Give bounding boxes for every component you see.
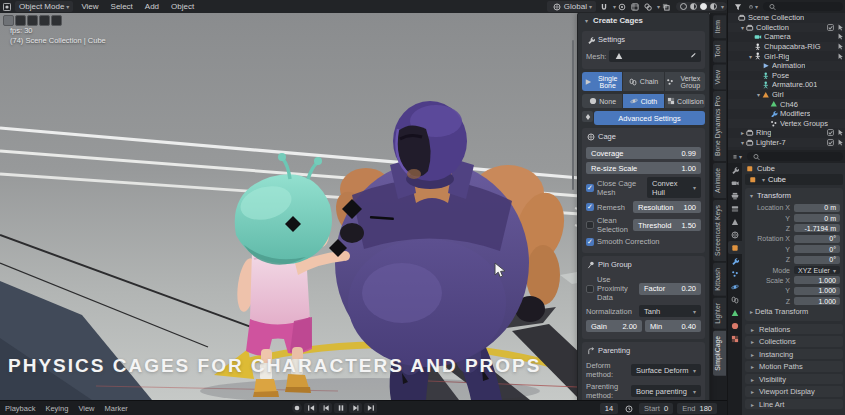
object-name-field[interactable]: ▾ Cube — [745, 174, 843, 185]
shading-wireframe-button[interactable] — [680, 3, 687, 10]
snap-options-dropdown[interactable]: ▾ — [613, 3, 616, 10]
type-collision-button[interactable]: Collision — [665, 94, 705, 108]
selectable-cursor-icon[interactable] — [836, 23, 844, 31]
section-line-art[interactable]: ▸Line Art — [745, 399, 843, 410]
auto-keying-clock-icon[interactable] — [624, 404, 633, 413]
parenting-method-dropdown[interactable]: Bone parenting▾ — [631, 385, 701, 397]
visibility-checkbox[interactable] — [826, 139, 834, 147]
resolution-slider[interactable]: Resolution100 — [633, 201, 701, 213]
remesh-checkbox[interactable]: ✓ — [586, 203, 594, 211]
scale-value-field[interactable]: 1.000 — [794, 276, 840, 284]
properties-tab-orbit-icon[interactable] — [728, 280, 742, 293]
orientation-dropdown[interactable]: Global▾ — [547, 1, 596, 12]
section-collections[interactable]: ▸Collections — [745, 336, 843, 347]
shading-solid-button[interactable] — [690, 3, 697, 10]
menu-object[interactable]: Object — [165, 2, 200, 11]
previous-keyframe-button[interactable] — [319, 403, 332, 413]
sidebar-tab-bone-dynamics-pro[interactable]: Bone Dynamics Pro — [713, 91, 726, 161]
smooth-correction-checkbox[interactable]: ✓ — [586, 238, 594, 246]
shading-rendered-button[interactable] — [710, 3, 717, 10]
properties-tab-globe-icon[interactable] — [728, 228, 742, 241]
mode-chain-button[interactable]: Chain — [623, 72, 663, 91]
timeline-menu-view[interactable]: View — [73, 404, 99, 413]
advanced-settings-button[interactable]: Advanced Settings — [594, 111, 705, 125]
properties-tab-checker-icon[interactable] — [728, 332, 742, 345]
tool-cursor-button[interactable] — [51, 15, 62, 26]
use-proximity-checkbox[interactable]: ✓ — [586, 285, 594, 293]
outliner-row-armature-001[interactable]: Armature.001 — [728, 80, 845, 90]
outliner-row-ring[interactable]: ▸Ring — [728, 128, 845, 138]
section-visibility[interactable]: ▸Visibility — [745, 374, 843, 385]
properties-tab-sphere-icon[interactable] — [728, 319, 742, 332]
convex-hull-dropdown[interactable]: Convex Hull▾ — [647, 177, 701, 198]
outliner-row-girl[interactable]: ▾Girl — [728, 90, 845, 100]
next-keyframe-button[interactable] — [349, 403, 362, 413]
mode-single-bone-button[interactable]: Single Bone — [582, 72, 622, 91]
outliner-row-animation[interactable]: Animation — [728, 61, 845, 71]
overlays-toggle-icon[interactable] — [644, 2, 653, 11]
coverage-slider[interactable]: Coverage0.99 — [586, 147, 701, 159]
rotation-value-field[interactable]: 0° — [794, 235, 840, 243]
deform-method-dropdown[interactable]: Surface Deform▾ — [631, 364, 701, 376]
snap-magnet-icon[interactable] — [600, 2, 609, 11]
properties-tab-camera-icon[interactable] — [728, 176, 742, 189]
section-relations[interactable]: ▸Relations — [745, 324, 843, 335]
section-motion-paths[interactable]: ▸Motion Paths — [745, 361, 843, 372]
eyedropper-icon[interactable] — [687, 52, 696, 61]
menu-view[interactable]: View — [75, 2, 104, 11]
sidebar-tab-simplicage[interactable]: SimpliCage — [713, 331, 726, 376]
visibility-checkbox[interactable] — [826, 23, 834, 31]
properties-tab-square-icon[interactable] — [728, 241, 742, 254]
tool-select-circle-button[interactable] — [27, 15, 38, 26]
npanel-scrollbar[interactable] — [572, 40, 574, 190]
shading-dropdown[interactable]: ▾ — [721, 3, 724, 10]
properties-tab-printer-icon[interactable] — [728, 189, 742, 202]
factor-slider[interactable]: Factor0.20 — [639, 283, 701, 295]
jump-to-end-button[interactable] — [364, 403, 377, 413]
tool-select-lasso-button[interactable] — [39, 15, 50, 26]
frame-start-field[interactable]: Start0 — [639, 403, 673, 414]
type-none-button[interactable]: None — [582, 94, 622, 108]
properties-tab-tri-icon[interactable] — [728, 306, 742, 319]
panel-collapse-caret[interactable]: ▾ — [583, 17, 590, 24]
outliner-row-vertex-groups[interactable]: Vertex Groups — [728, 119, 845, 129]
tool-select-box-button[interactable] — [15, 15, 26, 26]
overlays-dropdown[interactable]: ▾ — [657, 3, 660, 10]
threshold-slider[interactable]: Threshold1.50 — [633, 219, 701, 231]
outliner-row-girl-rig[interactable]: ▾Girl-Rig — [728, 51, 845, 61]
selectable-cursor-icon[interactable] — [836, 52, 844, 60]
location-value-field[interactable]: 0 m — [794, 214, 840, 222]
current-frame-field[interactable]: 14 — [600, 403, 618, 414]
properties-tab-wrench2-icon[interactable] — [728, 254, 742, 267]
tool-tweak-button[interactable] — [3, 15, 14, 26]
timeline-menu-marker[interactable]: Marker — [100, 404, 133, 413]
clean-selection-checkbox[interactable]: ✓ — [586, 221, 594, 229]
properties-editor-icon[interactable]: ▾ — [733, 152, 742, 161]
section-viewport-display[interactable]: ▸Viewport Display — [745, 386, 843, 397]
menu-select[interactable]: Select — [105, 2, 139, 11]
selectable-cursor-icon[interactable] — [836, 33, 844, 41]
location-value-field[interactable]: -1.7194 m — [794, 224, 840, 232]
rotation-mode-dropdown[interactable]: XYZ Euler▾ — [794, 266, 840, 274]
close-cage-mesh-checkbox[interactable]: ✓ — [586, 184, 594, 192]
sidebar-tab-item[interactable]: Item — [713, 15, 726, 38]
frame-end-field[interactable]: End180 — [677, 403, 717, 414]
mode-vertex-group-button[interactable]: Vertex Group — [665, 72, 705, 91]
record-button[interactable] — [292, 403, 302, 413]
rotation-value-field[interactable]: 0° — [794, 256, 840, 264]
gizmo-toggle-icon[interactable] — [631, 2, 640, 11]
outliner-filter-icon[interactable] — [733, 2, 742, 11]
xray-toggle-icon[interactable] — [662, 2, 671, 11]
selectable-cursor-icon[interactable] — [836, 139, 844, 147]
sidebar-tab-kitbash[interactable]: Kitbash — [713, 263, 726, 296]
visibility-checkbox[interactable] — [826, 129, 834, 137]
outliner-display-mode-dropdown[interactable]: ▾ — [749, 2, 758, 11]
outliner-row-camera[interactable]: Camera — [728, 32, 845, 42]
properties-search-input[interactable] — [747, 152, 843, 161]
outliner-row-ch46[interactable]: Ch46 — [728, 99, 845, 109]
menu-add[interactable]: Add — [139, 2, 165, 11]
gain-slider[interactable]: Gain2.00 — [586, 320, 642, 332]
sidebar-tab-screencast-keys[interactable]: Screencast Keys — [713, 200, 726, 261]
properties-tab-layers-icon[interactable] — [728, 202, 742, 215]
properties-tab-dots-icon[interactable] — [728, 267, 742, 280]
